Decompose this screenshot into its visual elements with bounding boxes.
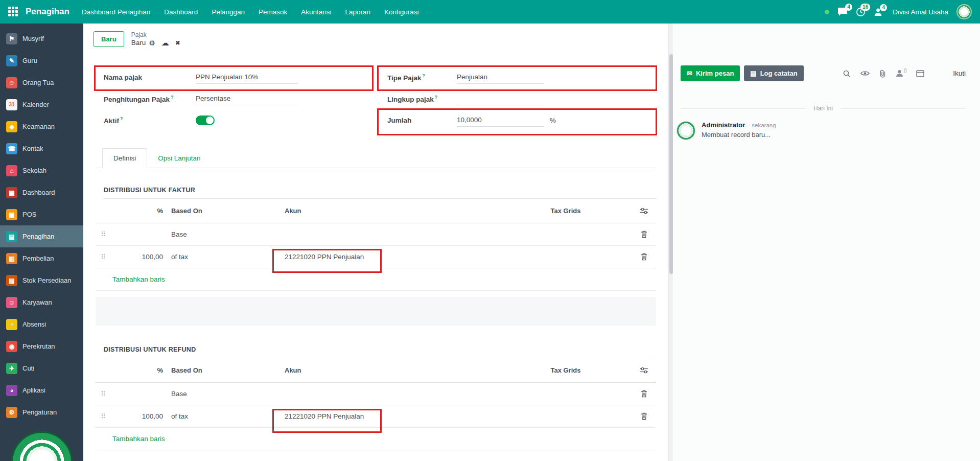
- sidebar-item-pengaturan[interactable]: ⚙ Pengaturan: [0, 401, 83, 423]
- help-icon: ?: [423, 73, 426, 78]
- search-icon[interactable]: [843, 70, 851, 78]
- aktif-label: Aktif?: [104, 116, 196, 125]
- log-note-button[interactable]: ▤ Log catatan: [744, 65, 803, 81]
- send-message-button[interactable]: ✉ Kirim pesan: [681, 65, 740, 81]
- column-options-icon[interactable]: [632, 208, 656, 214]
- sidebar-item-orang-tua[interactable]: ☺ Orang Tua: [0, 72, 83, 94]
- aplikasi-icon: ◕: [6, 385, 17, 396]
- sidebar-item-keamanan[interactable]: ◆ Keamanan: [0, 116, 83, 137]
- nama-pajak-input[interactable]: PPN Penjualan 10%: [196, 71, 298, 84]
- penghitungan-input[interactable]: Persentase: [196, 92, 298, 105]
- author-avatar: [676, 121, 695, 140]
- breadcrumb-model[interactable]: Pajak: [131, 31, 180, 38]
- sidebar-item-sekolah[interactable]: ⌂ Sekolah: [0, 159, 83, 181]
- eye-icon[interactable]: [860, 70, 870, 77]
- section-title: DISTRIBUSI UNTUK FAKTUR: [104, 187, 656, 194]
- empty-strip: [96, 297, 656, 326]
- messages-icon[interactable]: 4: [837, 7, 848, 16]
- delete-row-button[interactable]: [632, 253, 656, 261]
- tab-definisi[interactable]: Definisi: [102, 148, 147, 168]
- drag-handle-icon[interactable]: ⠿: [96, 390, 111, 398]
- app-brand[interactable]: Penagihan: [26, 7, 69, 17]
- nav-item-laporan[interactable]: Laporan: [345, 8, 371, 16]
- user-requests-icon[interactable]: 4: [874, 8, 882, 16]
- followers-count: 0: [904, 68, 907, 74]
- perekrutan-icon: ◉: [6, 341, 17, 352]
- followers-icon[interactable]: 0: [896, 70, 907, 77]
- drag-handle-icon[interactable]: ⠿: [96, 230, 111, 238]
- sidebar-item-kalender[interactable]: 31 Kalender: [0, 94, 83, 116]
- kalender-icon: 31: [6, 99, 17, 110]
- column-options-icon[interactable]: [632, 367, 656, 374]
- sidebar-item-cuti[interactable]: ✈ Cuti: [0, 357, 83, 379]
- activity-card-icon[interactable]: [916, 70, 924, 77]
- sidebar-item-stok-persediaan[interactable]: ▧ Stok Persediaan: [0, 269, 83, 291]
- akun-cell[interactable]: 21221020 PPN Penjualan: [274, 412, 499, 420]
- add-line-link[interactable]: Tambahkan baris: [112, 435, 165, 443]
- lingkup-pajak-input[interactable]: [457, 92, 544, 105]
- section-title: DISTRIBUSI UNTUK REFUND: [104, 346, 656, 353]
- follow-button[interactable]: Ikuti: [953, 70, 966, 77]
- message-author: Administrator: [702, 121, 745, 129]
- discard-icon[interactable]: ✖: [175, 40, 180, 46]
- table-header-row: % Based On Akun Tax Grids: [96, 199, 656, 223]
- apps-grid-icon[interactable]: [8, 7, 18, 17]
- delete-row-button[interactable]: [632, 230, 656, 238]
- presence-dot-icon: [825, 10, 829, 14]
- help-icon: ?: [171, 95, 174, 100]
- new-button[interactable]: Baru: [94, 31, 124, 47]
- tipe-pajak-input[interactable]: Penjualan: [457, 71, 544, 84]
- percent-cell[interactable]: 100,00: [111, 253, 167, 261]
- nav-item-dashboard[interactable]: Dashboard: [164, 8, 198, 16]
- orang-tua-icon: ☺: [6, 77, 17, 88]
- nav-item-pelanggan[interactable]: Pelanggan: [212, 8, 245, 16]
- sidebar-item-aplikasi[interactable]: ◕ Aplikasi: [0, 379, 83, 401]
- paperclip-icon[interactable]: [879, 70, 886, 78]
- pengaturan-icon: ⚙: [6, 407, 17, 418]
- cloud-save-icon[interactable]: ☁: [161, 39, 169, 47]
- based-on-cell[interactable]: of tax: [167, 253, 274, 261]
- school-logo: [11, 431, 73, 461]
- sidebar-item-pembelian[interactable]: ▥ Pembelian: [0, 247, 83, 269]
- form-right-column: Tipe Pajak? Penjualan Lingkup pajak? Jum…: [387, 66, 656, 131]
- chatter-panel: ✉ Kirim pesan ▤ Log catatan 0: [673, 24, 980, 461]
- based-on-cell[interactable]: of tax: [167, 412, 274, 420]
- tab-opsi-lanjutan[interactable]: Opsi Lanjutan: [147, 149, 211, 168]
- based-on-cell[interactable]: Base: [167, 230, 274, 238]
- nama-pajak-label: Nama pajak: [104, 74, 196, 81]
- nav-item-akuntansi[interactable]: Akuntansi: [301, 8, 331, 16]
- gear-icon[interactable]: ⚙: [149, 39, 155, 47]
- sidebar-item-kontak[interactable]: ☎ Kontak: [0, 137, 83, 159]
- nav-item-konfigurasi[interactable]: Konfigurasi: [384, 8, 419, 16]
- table-row: ⠿ Base: [96, 383, 656, 405]
- sidebar-item-perekrutan[interactable]: ◉ Perekrutan: [0, 335, 83, 357]
- akun-cell[interactable]: 21221020 PPN Penjualan: [274, 253, 499, 261]
- header-tax-grids: Tax Grids: [499, 366, 632, 374]
- company-switcher[interactable]: Divisi Amal Usaha: [893, 8, 948, 16]
- sidebar-item-musyrif[interactable]: ⚑ Musyrif: [0, 28, 83, 50]
- sidebar-item-guru[interactable]: ✎ Guru: [0, 50, 83, 72]
- aktif-toggle[interactable]: [196, 116, 215, 125]
- drag-handle-icon[interactable]: ⠿: [96, 412, 111, 420]
- cuti-icon: ✈: [6, 363, 17, 374]
- drag-handle-icon[interactable]: ⠿: [96, 253, 111, 261]
- sidebar-item-dashboard[interactable]: ▦ Dashboard: [0, 181, 83, 203]
- percent-cell[interactable]: 100,00: [111, 412, 167, 420]
- activities-clock-icon[interactable]: 16: [856, 7, 866, 17]
- nav-item-pemasok[interactable]: Pemasok: [259, 8, 287, 16]
- form-view: Baru Pajak Baru ⚙ ☁ ✖ Nama pajak PPN Pen…: [83, 24, 668, 461]
- sidebar-item-absensi[interactable]: ◔ Absensi: [0, 313, 83, 335]
- nav-item-dashboard-penagihan[interactable]: Dashboard Penagihan: [82, 8, 150, 16]
- delete-row-button[interactable]: [632, 412, 656, 420]
- jumlah-input[interactable]: 10,0000: [457, 113, 544, 127]
- user-avatar[interactable]: [956, 4, 972, 19]
- tipe-pajak-label: Tipe Pajak?: [387, 73, 457, 82]
- scrollbar-thumb[interactable]: [669, 54, 673, 274]
- sidebar-item-pos[interactable]: ▣ POS: [0, 203, 83, 225]
- based-on-cell[interactable]: Base: [167, 390, 274, 398]
- sidebar-item-karyawan[interactable]: ☺ Karyawan: [0, 291, 83, 313]
- sidebar-item-penagihan[interactable]: ▤ Penagihan: [0, 225, 83, 247]
- delete-row-button[interactable]: [632, 390, 656, 398]
- add-line-link[interactable]: Tambahkan baris: [112, 275, 165, 283]
- penagihan-icon: ▤: [6, 231, 17, 242]
